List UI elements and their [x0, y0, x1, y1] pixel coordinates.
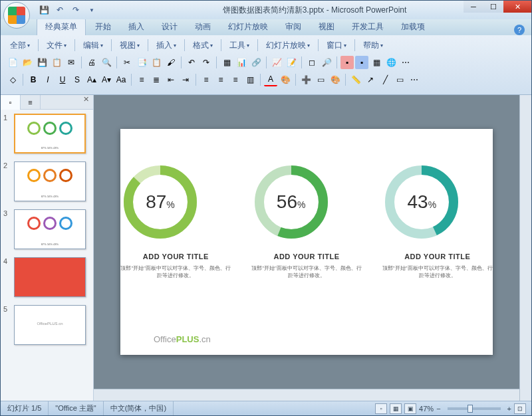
- redo-icon[interactable]: ↷: [70, 4, 82, 16]
- zoom-level[interactable]: 47%: [419, 405, 434, 413]
- align-right-icon[interactable]: ≡: [229, 73, 242, 86]
- menu-slideshow[interactable]: 幻灯片放映▾: [262, 39, 314, 52]
- browse-icon[interactable]: 🌐: [384, 56, 398, 69]
- menu-insert[interactable]: 插入▾: [152, 39, 180, 52]
- slide-thumb-4[interactable]: 4: [1, 253, 93, 301]
- shrink-font-icon[interactable]: A▾: [100, 73, 113, 86]
- undo-icon[interactable]: ↶: [54, 4, 66, 16]
- tab-review[interactable]: 审阅: [277, 19, 309, 35]
- layout-icon[interactable]: ▭: [314, 73, 327, 86]
- tab-classic-menu[interactable]: 经典菜单: [37, 18, 86, 35]
- slide-thumb-5[interactable]: 5 OfficePLUS.cn: [1, 301, 93, 349]
- fill-color-icon[interactable]: 🎨: [279, 73, 292, 86]
- chart2-icon[interactable]: 📈: [270, 56, 283, 69]
- indent-inc-icon[interactable]: ⇥: [179, 73, 192, 86]
- ruler-icon[interactable]: 📏: [349, 73, 362, 86]
- slide-thumb-2[interactable]: 2 87% 56% 43%: [1, 157, 93, 205]
- more2-icon[interactable]: ⋯: [408, 73, 421, 86]
- vertical-scrollbar[interactable]: [519, 95, 531, 401]
- open-icon[interactable]: 📂: [21, 56, 34, 69]
- tab-design[interactable]: 设计: [154, 19, 186, 35]
- minimize-button[interactable]: ─: [464, 1, 483, 13]
- tab-addins[interactable]: 加载项: [393, 19, 433, 35]
- line-icon[interactable]: ╱: [378, 73, 392, 86]
- normal-view-icon[interactable]: ▫: [375, 403, 387, 414]
- format-painter-icon[interactable]: 🖌: [164, 56, 178, 69]
- shapes-icon[interactable]: ◇: [6, 73, 19, 86]
- columns-icon[interactable]: ▥: [243, 73, 257, 86]
- status-language[interactable]: 中文(简体，中国): [104, 401, 174, 415]
- italic-icon[interactable]: I: [41, 73, 55, 86]
- tab-animation[interactable]: 动画: [187, 19, 219, 35]
- menu-edit[interactable]: 编辑▾: [79, 39, 107, 52]
- tab-view[interactable]: 视图: [311, 19, 342, 35]
- underline-icon[interactable]: U: [56, 73, 69, 86]
- help-icon[interactable]: ?: [514, 25, 525, 35]
- menu-all[interactable]: 全部▾: [6, 39, 34, 52]
- tab-insert[interactable]: 插入: [120, 19, 152, 35]
- office-button[interactable]: [3, 2, 30, 29]
- align-center-icon[interactable]: ≡: [214, 73, 227, 86]
- font-color-icon[interactable]: A: [264, 73, 277, 86]
- align-left-icon[interactable]: ≡: [200, 73, 213, 86]
- save-icon[interactable]: 💾: [38, 4, 50, 16]
- fit-view-icon[interactable]: ⊡: [514, 403, 526, 414]
- slide-thumb-1[interactable]: 1 87% 56% 43%: [1, 110, 93, 157]
- copy-icon[interactable]: 📑: [135, 56, 148, 69]
- menu-view[interactable]: 视图▾: [116, 39, 144, 52]
- grow-font-icon[interactable]: A▴: [85, 73, 98, 86]
- thumbnails-tab[interactable]: ▫: [1, 95, 21, 110]
- current-slide[interactable]: 87% ADD YOUR TITLE 顶部"开始"面板中可以对字体、字号、颜色、…: [120, 129, 493, 355]
- panel-close-icon[interactable]: ✕: [79, 95, 93, 109]
- print-icon[interactable]: 🖨: [85, 56, 98, 69]
- cut-icon[interactable]: ✂: [120, 56, 134, 69]
- link-icon[interactable]: 🔗: [249, 56, 263, 69]
- bullets-icon[interactable]: ≡: [135, 73, 148, 86]
- email-icon[interactable]: ✉: [65, 56, 78, 69]
- saveas-icon[interactable]: 📋: [50, 56, 63, 69]
- paste-icon[interactable]: 📋: [150, 56, 163, 69]
- zoom-slider[interactable]: [448, 407, 501, 410]
- tab-slideshow[interactable]: 幻灯片放映: [220, 19, 276, 35]
- grid-icon[interactable]: ▦: [370, 56, 383, 69]
- shape-icon[interactable]: ◻: [305, 56, 319, 69]
- more-icon[interactable]: ⋯: [399, 56, 412, 69]
- zoom-icon[interactable]: 🔎: [320, 56, 333, 69]
- indent-dec-icon[interactable]: ⇤: [164, 73, 178, 86]
- redo-icon[interactable]: ↷: [200, 56, 213, 69]
- slide-editor[interactable]: 87% ADD YOUR TITLE 顶部"开始"面板中可以对字体、字号、颜色、…: [94, 95, 531, 401]
- undo-icon[interactable]: ↶: [185, 56, 198, 69]
- arrow-icon[interactable]: ↗: [364, 73, 377, 86]
- menu-window[interactable]: 窗口▾: [323, 39, 350, 52]
- menu-tools[interactable]: 工具▾: [225, 39, 253, 52]
- color2-icon[interactable]: ▪: [355, 56, 368, 69]
- qat-more-icon[interactable]: ▼: [86, 4, 98, 16]
- bold-icon[interactable]: B: [27, 73, 40, 86]
- tab-home[interactable]: 开始: [87, 19, 119, 35]
- new-slide-icon[interactable]: ➕: [299, 73, 313, 86]
- color1-icon[interactable]: ▪: [340, 56, 354, 69]
- design-icon[interactable]: 🎨: [329, 73, 342, 86]
- maximize-button[interactable]: ☐: [483, 1, 503, 13]
- chart-icon[interactable]: 📊: [235, 56, 248, 69]
- new-icon[interactable]: 📄: [6, 56, 19, 69]
- tab-dev[interactable]: 开发工具: [344, 19, 392, 35]
- rect-icon[interactable]: ▭: [393, 73, 406, 86]
- menu-format[interactable]: 格式▾: [189, 39, 217, 52]
- strike-icon[interactable]: S: [70, 73, 84, 86]
- table-icon[interactable]: ▦: [220, 56, 233, 69]
- menu-file[interactable]: 文件▾: [43, 39, 70, 52]
- save-icon[interactable]: 💾: [35, 56, 49, 69]
- menu-help[interactable]: 帮助▾: [359, 39, 387, 52]
- sorter-view-icon[interactable]: ▦: [390, 403, 402, 414]
- zoom-in-icon[interactable]: +: [507, 405, 511, 413]
- numbering-icon[interactable]: ≣: [150, 73, 163, 86]
- slideshow-view-icon[interactable]: ▣: [404, 403, 416, 414]
- zoom-out-icon[interactable]: −: [436, 405, 440, 413]
- change-case-icon[interactable]: Aa: [114, 73, 128, 86]
- horizontal-scrollbar[interactable]: [94, 389, 519, 401]
- textbox-icon[interactable]: 📝: [285, 56, 298, 69]
- close-button[interactable]: ✕: [503, 1, 531, 13]
- outline-tab[interactable]: ≡: [21, 95, 41, 110]
- slide-thumb-3[interactable]: 3 87% 56% 43%: [1, 205, 93, 253]
